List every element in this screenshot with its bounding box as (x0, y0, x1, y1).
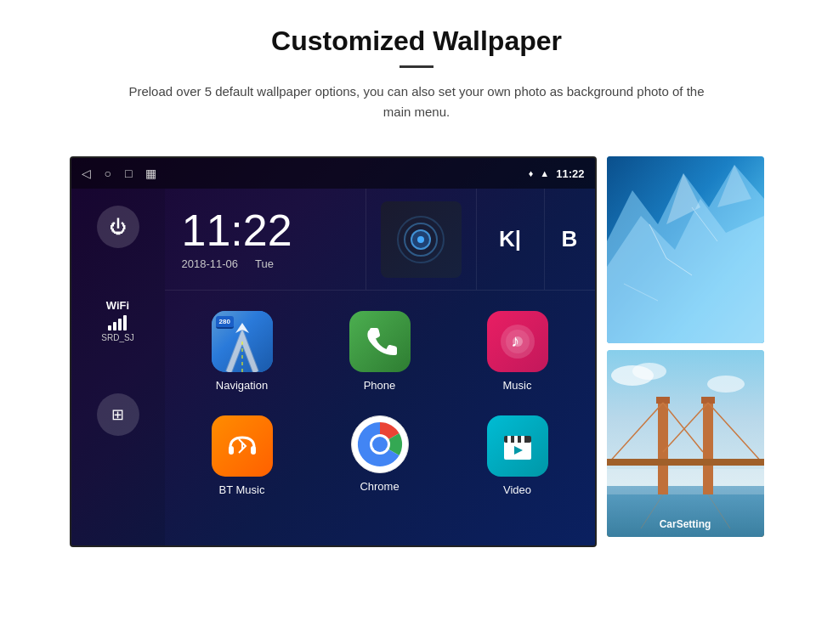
svg-rect-15 (521, 436, 524, 443)
nav-icons: ◁ ○ □ ▦ (82, 167, 157, 180)
page-header: Customized Wallpaper Preload over 5 defa… (0, 0, 833, 139)
title-divider (400, 65, 434, 68)
screenshot-icon[interactable]: ▦ (145, 167, 156, 180)
svg-text:♪: ♪ (511, 331, 519, 350)
wifi-icon: ▲ (540, 168, 549, 178)
signal-dot (417, 236, 424, 243)
wallpaper-bridge[interactable]: CarSetting (607, 350, 764, 537)
page-description: Preload over 5 default wallpaper options… (128, 82, 706, 122)
app-item-video[interactable]: Video (449, 404, 586, 508)
recents-icon[interactable]: □ (125, 167, 132, 180)
ki-section: K| (476, 189, 544, 290)
top-info-row: 11:22 2018-11-06 Tue (165, 189, 595, 291)
music-icon-svg: ♪ (499, 323, 536, 360)
wifi-bar-1 (108, 325, 111, 330)
carsetting-label: CarSetting (607, 518, 764, 530)
video-app-icon (487, 415, 548, 477)
svg-marker-1 (235, 323, 249, 333)
svg-rect-14 (514, 436, 518, 443)
app-grid: 280 Navigation (165, 291, 595, 517)
power-icon: ⏻ (110, 217, 127, 237)
svg-rect-13 (507, 436, 511, 443)
home-icon[interactable]: ○ (105, 167, 111, 180)
wifi-ssid: SRD_SJ (101, 333, 133, 342)
signal-widget (366, 189, 476, 290)
app-item-navigation[interactable]: 280 Navigation (173, 299, 311, 404)
wifi-label: WiFi (101, 299, 133, 312)
wifi-widget: WiFi SRD_SJ (101, 299, 133, 342)
clock-date: 2018-11-06 Tue (182, 257, 348, 270)
svg-rect-6 (229, 446, 234, 455)
phone-icon-svg (363, 325, 397, 359)
chrome-app-icon (351, 415, 409, 473)
btmusic-icon-svg (224, 427, 261, 465)
screen-body: ⏻ WiFi SRD_SJ ⊞ (71, 189, 595, 545)
wallpaper-column: CarSetting (607, 156, 764, 547)
video-icon-svg (499, 427, 536, 465)
app-item-chrome[interactable]: Chrome (311, 404, 449, 508)
navigation-app-icon: 280 (212, 311, 273, 372)
svg-rect-30 (703, 401, 713, 494)
ki-text: K| (499, 226, 521, 252)
chrome-label: Chrome (360, 480, 399, 493)
svg-rect-28 (607, 469, 764, 494)
video-label: Video (503, 483, 531, 496)
power-button[interactable]: ⏻ (97, 206, 139, 248)
back-icon[interactable]: ◁ (82, 167, 91, 180)
signal-box (381, 201, 462, 278)
navigation-label: Navigation (216, 379, 268, 392)
svg-rect-7 (251, 446, 256, 455)
date-value: 2018-11-06 (182, 257, 239, 270)
btmusic-label: BT Music (219, 483, 265, 496)
music-label: Music (503, 379, 532, 392)
app-item-btmusic[interactable]: BT Music (173, 404, 311, 508)
android-screen: ◁ ○ □ ▦ ♦ ▲ 11:22 ⏻ WiFi (70, 156, 597, 547)
svg-rect-37 (607, 459, 764, 466)
bridge-wallpaper-svg (607, 350, 764, 537)
nav-arrow-svg (212, 311, 273, 372)
chrome-icon-svg (354, 419, 405, 470)
wifi-bars (101, 315, 133, 330)
clock-widget: 11:22 2018-11-06 Tue (165, 189, 366, 290)
location-icon: ♦ (529, 168, 534, 178)
music-app-icon: ♪ (487, 311, 548, 372)
app-item-music[interactable]: ♪ Music (449, 299, 586, 404)
status-time: 11:22 (556, 167, 584, 180)
app-item-phone[interactable]: Phone (311, 299, 449, 404)
svg-point-41 (632, 363, 666, 380)
svg-rect-32 (701, 397, 715, 404)
signal-rings (395, 214, 446, 265)
screen-main: 11:22 2018-11-06 Tue (165, 189, 595, 545)
phone-label: Phone (364, 379, 396, 392)
wifi-bar-4 (123, 315, 127, 330)
apps-icon: ⊞ (111, 405, 124, 424)
main-content: ◁ ○ □ ▦ ♦ ▲ 11:22 ⏻ WiFi (0, 139, 833, 564)
svg-point-42 (707, 376, 745, 393)
b-text: B (562, 226, 578, 252)
btmusic-app-icon (212, 415, 273, 477)
status-bar: ◁ ○ □ ▦ ♦ ▲ 11:22 (71, 158, 595, 189)
wifi-bar-3 (118, 319, 122, 330)
day-value: Tue (255, 257, 274, 270)
phone-app-icon (349, 311, 411, 372)
clock-time: 11:22 (182, 208, 348, 252)
apps-button[interactable]: ⊞ (97, 393, 139, 436)
left-sidebar: ⏻ WiFi SRD_SJ ⊞ (71, 189, 165, 545)
b-section: B (544, 189, 595, 290)
svg-point-10 (372, 437, 388, 452)
wifi-bar-2 (113, 322, 116, 330)
page-title: Customized Wallpaper (17, 25, 816, 57)
svg-rect-31 (656, 397, 670, 404)
wallpaper-ice[interactable] (607, 156, 764, 343)
ice-wallpaper-svg (607, 156, 764, 343)
status-icons: ♦ ▲ 11:22 (529, 167, 585, 180)
